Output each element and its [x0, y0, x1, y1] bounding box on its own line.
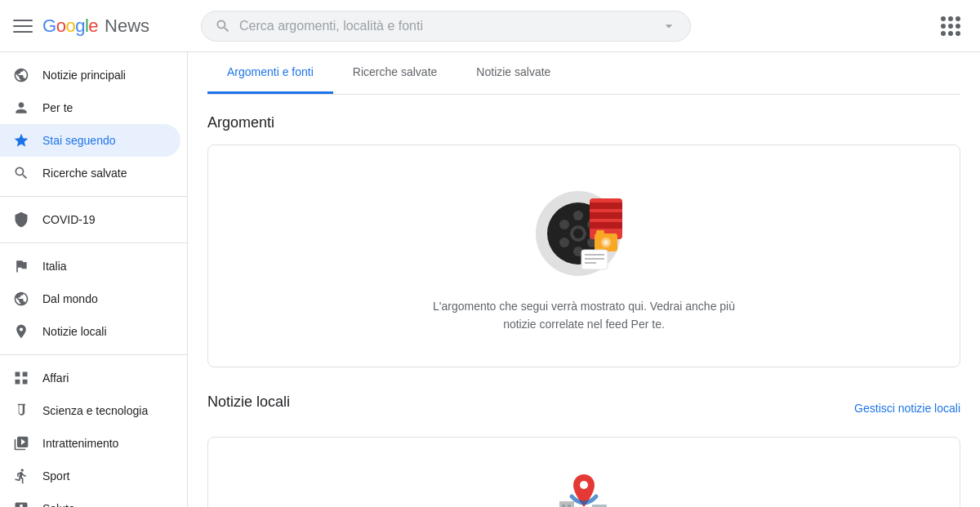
header-right [934, 10, 967, 42]
location-icon [13, 323, 29, 340]
grid-icon [13, 370, 29, 386]
apps-icon[interactable] [934, 10, 967, 42]
shield-icon [13, 211, 29, 228]
svg-rect-15 [596, 230, 604, 235]
apps-grid [941, 16, 960, 36]
sidebar-item-ricerche-salvate[interactable]: Ricerche salvate [0, 157, 180, 189]
svg-rect-24 [559, 501, 574, 507]
svg-point-17 [604, 240, 608, 245]
empty-card-text: L'argomento che segui verrà mostrato qui… [433, 297, 735, 334]
sidebar: Notizie principali Per te Stai seguendo … [0, 52, 188, 507]
sidebar-item-label: Notizie locali [42, 325, 107, 338]
star-icon [13, 132, 29, 149]
tab-argomenti-fonti[interactable]: Argomenti e fonti [207, 52, 333, 94]
argomenti-section: Argomenti [207, 114, 960, 367]
globe-icon [13, 67, 29, 83]
sidebar-item-label: Intrattenimento [42, 437, 118, 450]
sidebar-item-intrattenimento[interactable]: Intrattenimento [0, 427, 180, 460]
svg-rect-11 [590, 202, 622, 209]
medical-icon [13, 500, 29, 507]
svg-point-9 [559, 220, 569, 229]
sidebar-item-affari[interactable]: Affari [0, 362, 180, 394]
search-icon [215, 18, 231, 34]
search-bar[interactable] [201, 11, 691, 42]
gestisci-notizie-locali-link[interactable]: Gestisci notizie locali [854, 402, 960, 415]
notizie-locali-card [207, 437, 960, 507]
sidebar-item-label: Scienza e tecnologia [42, 404, 148, 417]
layout: Notizie principali Per te Stai seguendo … [0, 52, 980, 507]
sidebar-item-label: Dal mondo [42, 292, 98, 305]
sidebar-item-label: Stai seguendo [42, 134, 116, 147]
search-dropdown-icon[interactable] [661, 18, 677, 34]
flag-icon [13, 258, 29, 274]
tab-ricerche-salvate[interactable]: Ricerche salvate [333, 52, 457, 94]
globe2-icon [13, 291, 29, 307]
search-input[interactable] [239, 19, 653, 33]
notizie-locali-title: Notizie locali [207, 394, 290, 411]
sidebar-item-notizie-principali[interactable]: Notizie principali [0, 59, 180, 91]
bike-icon [13, 468, 29, 484]
sidebar-item-label: Sport [42, 469, 69, 483]
tab-notizie-salvate[interactable]: Notizie salvate [457, 52, 570, 94]
entertainment-icon [13, 435, 29, 451]
sidebar-item-label: Affari [42, 371, 69, 385]
tabs-bar: Argomenti e fonti Ricerche salvate Notiz… [207, 52, 960, 95]
svg-point-3 [573, 229, 583, 238]
svg-rect-13 [590, 222, 622, 229]
location-illustration [543, 470, 625, 507]
sidebar-item-label: Notizie principali [42, 69, 126, 82]
notizie-locali-section: Notizie locali Gestisci notizie locali [207, 394, 960, 507]
hamburger-icon[interactable] [13, 16, 33, 36]
logo-news-text: News [105, 16, 149, 37]
argomenti-empty-card: L'argomento che segui verrà mostrato qui… [207, 145, 960, 367]
header: Google News [0, 0, 980, 52]
sidebar-divider [0, 354, 187, 355]
sidebar-item-label: Salute [42, 502, 75, 507]
svg-point-41 [580, 481, 588, 489]
sidebar-item-label: Ricerche salvate [42, 167, 127, 180]
logo-text: Google [42, 16, 98, 37]
sidebar-item-label: Italia [42, 260, 67, 273]
sidebar-item-scienza[interactable]: Scienza e tecnologia [0, 394, 180, 427]
film-reel-illustration [531, 178, 637, 284]
logo[interactable]: Google News [42, 16, 149, 37]
sidebar-item-sport[interactable]: Sport [0, 460, 180, 492]
sidebar-item-dal-mondo[interactable]: Dal mondo [0, 282, 180, 315]
sidebar-item-per-te[interactable]: Per te [0, 91, 180, 124]
notizie-locali-header: Notizie locali Gestisci notizie locali [207, 394, 960, 424]
argomenti-title: Argomenti [207, 114, 960, 131]
main-content: Argomenti e fonti Ricerche salvate Notiz… [188, 52, 980, 507]
sidebar-divider [0, 242, 187, 243]
person-icon [13, 100, 29, 116]
sidebar-divider [0, 196, 187, 197]
sidebar-item-salute[interactable]: Salute [0, 492, 180, 507]
svg-point-4 [573, 211, 583, 220]
sidebar-item-covid[interactable]: COVID-19 [0, 203, 180, 236]
sidebar-item-label: Per te [42, 101, 73, 114]
sidebar-item-label: COVID-19 [42, 213, 96, 226]
flask-icon [13, 402, 29, 419]
header-left: Google News [13, 16, 201, 37]
sidebar-item-notizie-locali[interactable]: Notizie locali [0, 315, 180, 348]
search-icon [13, 165, 29, 181]
sidebar-item-italia[interactable]: Italia [0, 250, 180, 282]
sidebar-item-stai-seguendo[interactable]: Stai seguendo [0, 124, 180, 157]
svg-point-8 [559, 238, 569, 247]
svg-rect-12 [590, 212, 622, 219]
